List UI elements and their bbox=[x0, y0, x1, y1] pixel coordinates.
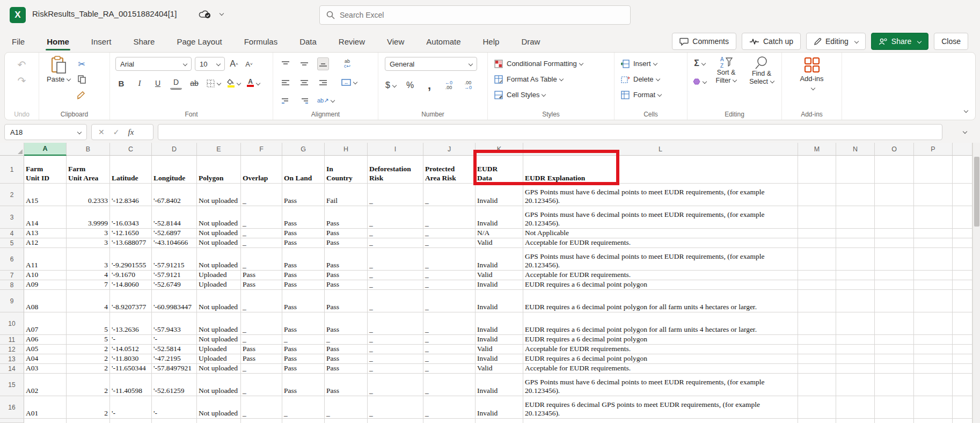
cell[interactable]: _ bbox=[423, 396, 476, 419]
cell[interactable]: '-8.9207377 bbox=[110, 290, 152, 312]
cell[interactable]: 2 bbox=[67, 345, 110, 354]
cell[interactable] bbox=[875, 335, 914, 345]
cell[interactable] bbox=[914, 280, 953, 290]
cell[interactable] bbox=[798, 248, 836, 271]
cell[interactable]: Pass bbox=[325, 280, 368, 290]
cell[interactable] bbox=[875, 184, 914, 206]
catch-up-button[interactable]: Catch up bbox=[742, 33, 801, 50]
cell[interactable]: _ bbox=[423, 312, 476, 335]
cell[interactable]: _ bbox=[241, 396, 282, 419]
cell[interactable] bbox=[953, 156, 972, 184]
cell[interactable] bbox=[914, 374, 953, 396]
add-ins-button[interactable]: Add-ins bbox=[785, 56, 838, 93]
cell[interactable]: Fail bbox=[325, 184, 368, 206]
cell[interactable]: Not uploaded bbox=[197, 290, 241, 312]
cell[interactable]: Invalid bbox=[476, 312, 523, 335]
cell[interactable]: _ bbox=[241, 374, 282, 396]
shrink-font-icon[interactable]: A˅ bbox=[243, 57, 255, 70]
cell[interactable]: A05 bbox=[24, 345, 67, 354]
cell[interactable]: Valid bbox=[476, 238, 523, 248]
cell[interactable]: _ bbox=[282, 335, 325, 345]
cell[interactable]: Deforestation Risk bbox=[368, 156, 423, 184]
format-cells-button[interactable]: Format bbox=[633, 91, 661, 99]
cell[interactable]: Valid bbox=[476, 364, 523, 374]
cell[interactable] bbox=[914, 238, 953, 248]
column-header-H[interactable]: H bbox=[325, 143, 368, 156]
cell[interactable]: _ bbox=[368, 229, 423, 238]
cell[interactable] bbox=[67, 419, 110, 423]
cell[interactable] bbox=[836, 290, 875, 312]
cell[interactable]: _ bbox=[368, 248, 423, 271]
underline-button[interactable]: U bbox=[152, 77, 164, 90]
column-header-C[interactable]: C bbox=[110, 143, 152, 156]
cell[interactable]: A06 bbox=[24, 335, 67, 345]
align-middle-icon[interactable] bbox=[298, 57, 310, 70]
cell[interactable]: Pass bbox=[241, 354, 282, 364]
cell[interactable]: EUDR Data bbox=[476, 156, 523, 184]
cell[interactable]: A08 bbox=[24, 290, 67, 312]
tab-page-layout[interactable]: Page Layout bbox=[175, 32, 223, 51]
cell[interactable] bbox=[836, 419, 875, 423]
number-format-dropdown[interactable]: General bbox=[385, 57, 477, 71]
strikethrough-button[interactable]: ab bbox=[188, 77, 200, 90]
copy-icon[interactable] bbox=[76, 73, 87, 86]
cell[interactable] bbox=[875, 290, 914, 312]
cell[interactable] bbox=[368, 419, 423, 423]
cell[interactable] bbox=[798, 238, 836, 248]
cell[interactable]: _ bbox=[368, 271, 423, 280]
cell[interactable] bbox=[914, 364, 953, 374]
font-size-dropdown[interactable]: 10 bbox=[195, 57, 225, 71]
increase-indent-icon[interactable] bbox=[298, 94, 310, 107]
grow-font-icon[interactable]: A˄ bbox=[228, 57, 240, 70]
tab-formulas[interactable]: Formulas bbox=[243, 32, 279, 51]
column-header-F[interactable]: F bbox=[241, 143, 282, 156]
cell[interactable] bbox=[798, 184, 836, 206]
column-header-K[interactable]: K bbox=[476, 143, 523, 156]
cell[interactable]: '-9.1670 bbox=[110, 271, 152, 280]
cell[interactable] bbox=[836, 229, 875, 238]
cell[interactable] bbox=[798, 312, 836, 335]
cell[interactable]: GPS Points must have 6 decimal points to… bbox=[523, 206, 798, 229]
cell[interactable]: A04 bbox=[24, 354, 67, 364]
row-header-2[interactable]: 2 bbox=[0, 184, 24, 206]
cell[interactable]: Invalid bbox=[476, 184, 523, 206]
cell[interactable] bbox=[282, 419, 325, 423]
cell[interactable]: 2 bbox=[67, 374, 110, 396]
cell[interactable]: _ bbox=[368, 354, 423, 364]
cell[interactable]: In Country bbox=[325, 156, 368, 184]
cell[interactable]: A15 bbox=[24, 184, 67, 206]
cell[interactable]: _ bbox=[368, 364, 423, 374]
column-header-M[interactable]: M bbox=[798, 143, 836, 156]
cell[interactable]: '- bbox=[152, 335, 197, 345]
cell[interactable]: A07 bbox=[24, 312, 67, 335]
column-header-L[interactable]: L bbox=[523, 143, 798, 156]
cell[interactable]: GPS Points must have 6 decimal points to… bbox=[523, 184, 798, 206]
cell[interactable] bbox=[875, 280, 914, 290]
cell[interactable]: Acceptable for EUDR requirements. bbox=[523, 271, 798, 280]
cell[interactable]: _ bbox=[241, 290, 282, 312]
tab-data[interactable]: Data bbox=[298, 32, 318, 51]
cell[interactable] bbox=[953, 312, 972, 335]
cell[interactable]: On Land bbox=[282, 156, 325, 184]
cell[interactable] bbox=[914, 396, 953, 419]
cell[interactable]: Invalid bbox=[476, 248, 523, 271]
cell[interactable]: 2 bbox=[67, 364, 110, 374]
cell[interactable] bbox=[798, 290, 836, 312]
cell[interactable]: Pass bbox=[325, 238, 368, 248]
redo-icon[interactable]: ↷ bbox=[16, 74, 28, 87]
cell[interactable]: '-12.1650 bbox=[110, 229, 152, 238]
search-input[interactable] bbox=[340, 11, 624, 19]
cell[interactable]: Invalid bbox=[476, 354, 523, 364]
comma-format-button[interactable]: , bbox=[423, 79, 435, 92]
cell[interactable] bbox=[875, 271, 914, 280]
align-bottom-icon[interactable] bbox=[317, 57, 329, 70]
cell[interactable] bbox=[197, 419, 241, 423]
cell[interactable] bbox=[875, 229, 914, 238]
find-select-button[interactable]: Find & Select bbox=[746, 56, 777, 88]
cell[interactable]: Valid bbox=[476, 271, 523, 280]
cell[interactable]: EUDR Explanation bbox=[523, 156, 798, 184]
cell[interactable]: 3 bbox=[67, 238, 110, 248]
cell[interactable]: Not uploaded bbox=[197, 229, 241, 238]
cell[interactable]: '-11.8030 bbox=[110, 354, 152, 364]
cell[interactable]: '-52.6749 bbox=[152, 280, 197, 290]
